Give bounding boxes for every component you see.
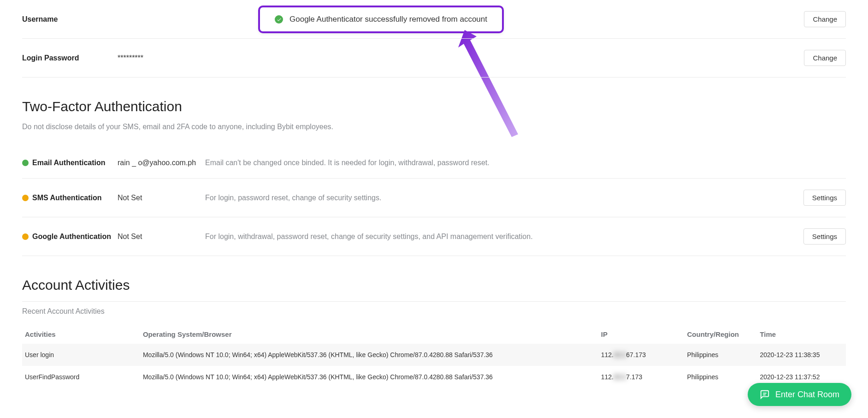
cell-ip: 112.00.067.173 [598, 344, 685, 366]
cell-country: Philippines [685, 344, 757, 366]
google-auth-desc: For login, withdrawal, password reset, c… [205, 233, 803, 241]
sms-settings-button[interactable]: Settings [803, 190, 846, 206]
col-country: Country/Region [685, 325, 757, 344]
cell-country: Philippines [685, 366, 757, 388]
cell-os: Mozilla/5.0 (Windows NT 10.0; Win64; x64… [140, 344, 598, 366]
chat-icon [760, 389, 770, 397]
email-auth-value: rain _ o@yahoo.com.ph [118, 159, 205, 167]
tfa-title: Two-Factor Authentication [22, 99, 846, 114]
sms-auth-row: SMS Authentication Not Set For login, pa… [22, 179, 846, 217]
password-row: Login Password ********* Change [22, 39, 846, 78]
password-value: ********* [118, 54, 205, 62]
google-auth-label: Google Authentication [32, 233, 111, 241]
activities-title: Account Activities [22, 277, 846, 293]
sms-auth-value: Not Set [118, 194, 205, 202]
change-username-button[interactable]: Change [804, 11, 846, 27]
tfa-subtitle: Do not disclose details of your SMS, ema… [22, 123, 846, 131]
cell-os: Mozilla/5.0 (Windows NT 10.0; Win64; x64… [140, 366, 598, 388]
sms-auth-label: SMS Authentication [32, 194, 102, 202]
status-dot-icon [22, 195, 29, 201]
google-auth-value: Not Set [118, 233, 205, 241]
email-auth-row: Email Authentication rain _ o@yahoo.com.… [22, 148, 846, 179]
status-dot-icon [22, 160, 29, 166]
sms-auth-desc: For login, password reset, change of sec… [205, 194, 803, 202]
col-ip: IP [598, 325, 685, 344]
activities-table: Activities Operating System/Browser IP C… [22, 325, 846, 388]
chat-label: Enter Chat Room [775, 390, 839, 398]
email-auth-desc: Email can't be changed once binded. It i… [205, 159, 846, 167]
cell-time: 2020-12-23 11:38:35 [757, 344, 846, 366]
cell-ip: 112.00.07.173 [598, 366, 685, 388]
col-time: Time [757, 325, 846, 344]
google-auth-row: Google Authentication Not Set For login,… [22, 217, 846, 256]
cell-activity: UserFindPassword [22, 366, 140, 388]
cell-activity: User login [22, 344, 140, 366]
change-password-button[interactable]: Change [804, 50, 846, 66]
email-auth-label: Email Authentication [32, 159, 106, 167]
divider [22, 301, 846, 302]
username-row: Username Change [22, 0, 846, 39]
google-settings-button[interactable]: Settings [803, 228, 846, 245]
table-row: User login Mozilla/5.0 (Windows NT 10.0;… [22, 344, 846, 366]
activities-subtitle: Recent Account Activities [22, 307, 846, 316]
table-row: UserFindPassword Mozilla/5.0 (Windows NT… [22, 366, 846, 388]
username-label: Username [22, 15, 118, 24]
password-label: Login Password [22, 54, 118, 62]
col-os: Operating System/Browser [140, 325, 598, 344]
chat-button[interactable]: Enter Chat Room [748, 383, 851, 397]
status-dot-icon [22, 233, 29, 240]
col-activities: Activities [22, 325, 140, 344]
